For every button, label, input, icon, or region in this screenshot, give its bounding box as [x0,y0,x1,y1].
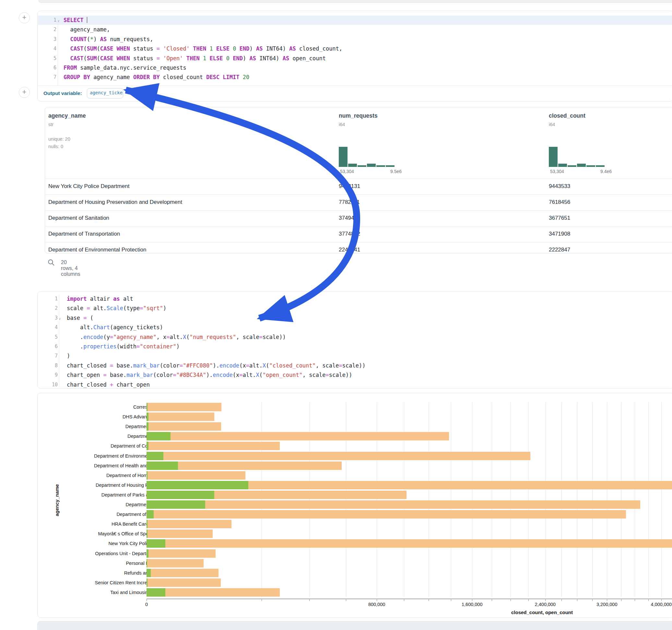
bar-closed-count[interactable] [146,452,530,460]
code-text: .encode(y="agency_name", x=alt.X("num_re… [67,333,286,342]
chart-plot-area [146,402,672,597]
table-row[interactable]: Department of Housing Preservation and D… [45,194,672,210]
x-axis-tick [635,599,635,601]
bar-open-count[interactable] [146,452,163,460]
code-line[interactable]: 3∨base = ( [38,313,672,323]
bar-open-count[interactable] [146,471,147,480]
bar-open-count[interactable] [146,442,148,450]
column-header-num_requests[interactable]: num_requestsi64 [339,113,378,127]
search-icon[interactable] [47,259,55,266]
code-text: chart_open = base.mark_bar(color="#8BC34… [67,370,352,380]
table-row[interactable]: Department of Environmental Protection22… [45,242,672,258]
bar-open-count[interactable] [146,588,165,597]
bar-open-count[interactable] [146,422,148,431]
code-line[interactable]: 7GROUP BY agency_name ORDER BY closed_co… [38,73,672,82]
previous-cell-edge [38,0,672,3]
x-axis-tick [309,599,310,601]
add-cell-button[interactable]: + [19,12,30,23]
line-number: 8 [43,361,58,370]
code-line[interactable]: 6 .properties(width="container") [38,342,672,351]
code-line[interactable]: 4 CAST(SUM(CASE WHEN status = 'Closed' T… [38,44,672,53]
line-number: 9 [43,370,58,380]
x-axis-tick-label: 3,200,000 [597,602,618,607]
bar-open-count[interactable] [146,559,147,567]
code-text: agency_name, [64,25,110,34]
code-line[interactable]: 5 .encode(y="agency_name", x=alt.X("num_… [38,333,672,342]
bar-closed-count[interactable] [146,588,280,597]
bar-closed-count[interactable] [146,413,214,421]
x-axis-tick [429,599,429,601]
bar-closed-count[interactable] [146,432,449,440]
line-number: 4 [42,44,56,53]
table-row[interactable]: Department of Sanitation37494853677651 [45,210,672,226]
x-axis-tick-label: 2,400,000 [535,602,556,607]
sql-code-editor[interactable]: 1∨SELECT 2 agency_name,3 COUNT(*) AS num… [38,16,672,86]
code-line[interactable]: 1∨SELECT [38,16,672,25]
bar-closed-count[interactable] [146,579,221,587]
bar-open-count[interactable] [146,520,147,528]
bar-closed-count[interactable] [146,442,280,450]
bar-open-count[interactable] [146,549,148,558]
line-number: 5 [43,333,58,342]
bar-open-count[interactable] [146,491,214,499]
python-code-editor[interactable]: 1import altair as alt2scale = alt.Scale(… [38,294,672,388]
table-row[interactable]: New York City Police Department945313194… [45,178,672,194]
column-header-closed_count[interactable]: closed_counti64 [549,113,585,127]
x-axis-tick [510,599,511,601]
output-variable-label: Output variable: [44,91,82,96]
code-text: import altair as alt [67,294,133,304]
bar-closed-count[interactable] [146,510,626,518]
code-text: SELECT [64,16,87,25]
x-axis-tick [472,599,472,601]
code-text: chart_closed = base.mark_bar(color="#FFC… [67,361,365,370]
bar-closed-count[interactable] [146,530,213,538]
bar-open-count[interactable] [146,500,205,509]
bar-closed-count[interactable] [146,500,640,509]
bar-open-count[interactable] [146,403,147,411]
output-variable-pill[interactable]: agency_tickets [87,88,123,98]
bar-closed-count[interactable] [146,559,203,567]
bar-open-count[interactable] [146,510,154,518]
add-cell-button[interactable]: + [19,87,30,98]
bar-closed-count[interactable] [146,520,232,528]
bar-open-count[interactable] [146,530,147,538]
x-axis-tick [451,599,451,601]
code-line[interactable]: 9chart_open = base.mark_bar(color="#8BC3… [38,370,672,380]
bar-closed-count[interactable] [146,539,672,548]
line-number: 4 [43,323,58,332]
line-number: 2 [43,304,58,313]
bar-closed-count[interactable] [146,403,221,411]
bar-open-count[interactable] [146,461,178,470]
code-text: GROUP BY agency_name ORDER BY closed_cou… [64,73,249,82]
code-line[interactable]: 2scale = alt.Scale(type="sqrt") [38,304,672,313]
column-header-agency_name[interactable]: agency_namestrunique: 20nulls: 0 [48,113,86,150]
python-code-cell[interactable]: 1import altair as alt2scale = alt.Scale(… [37,291,672,389]
code-line[interactable]: 1import altair as alt [38,294,672,304]
line-number: 10 [43,380,58,390]
bar-open-count[interactable] [146,413,148,421]
sql-code-cell[interactable]: 1∨SELECT 2 agency_name,3 COUNT(*) AS num… [37,11,672,101]
bar-open-count[interactable] [146,432,170,440]
bar-open-count[interactable] [146,481,248,489]
x-axis-tick [492,599,492,601]
code-line[interactable]: 6FROM sample_data.nyc.service_requests [38,63,672,73]
code-line[interactable]: 5 CAST(SUM(CASE WHEN status = 'Open' THE… [38,54,672,63]
bar-open-count[interactable] [146,569,151,577]
bar-open-count[interactable] [146,579,147,587]
table-row[interactable]: Department of Transportation377489234719… [45,226,672,242]
code-line[interactable]: 10chart_closed + chart_open [38,380,672,390]
bar-closed-count[interactable] [146,422,221,431]
code-line[interactable]: 3 COUNT(*) AS num_requests, [38,35,672,44]
x-axis-tick [377,599,377,601]
bar-closed-count[interactable] [146,471,245,480]
table-summary: 20 rows, 4 columns [61,260,80,277]
code-text: .properties(width="container") [67,342,179,351]
code-text: COUNT(*) AS num_requests, [64,35,153,44]
code-line[interactable]: 8chart_closed = base.mark_bar(color="#FF… [38,361,672,370]
bar-closed-count[interactable] [146,549,216,558]
code-line[interactable]: 4 alt.Chart(agency_tickets) [38,323,672,332]
code-line[interactable]: 2 agency_name, [38,25,672,34]
bar-open-count[interactable] [146,539,165,548]
bar-closed-count[interactable] [146,569,218,577]
code-line[interactable]: 7) [38,351,672,361]
